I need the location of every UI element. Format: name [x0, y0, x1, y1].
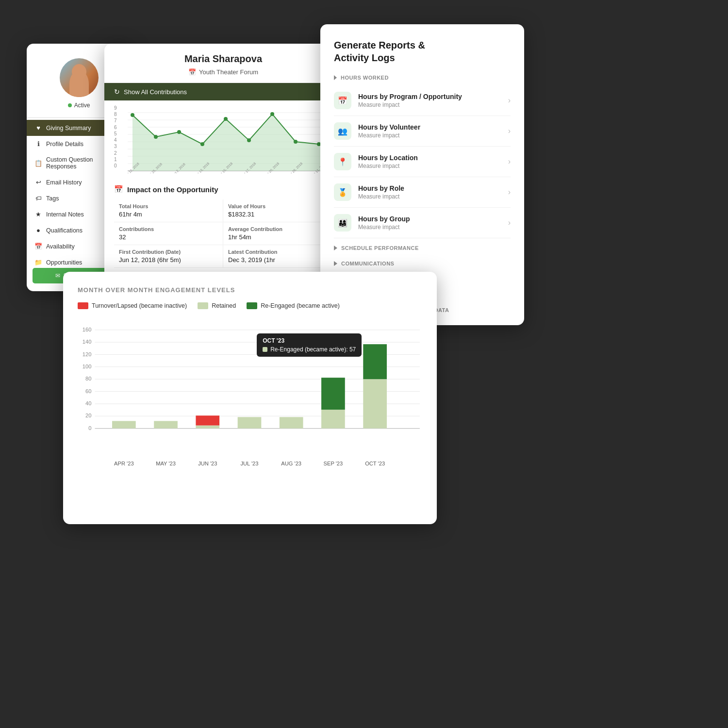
location-icon: 📍: [334, 153, 351, 170]
bar-apr-retained: [112, 421, 136, 428]
contributions-count-label: Contributions: [119, 226, 218, 232]
location-text: Hours by Location Measure impact: [358, 154, 508, 169]
first-contribution-cell: First Contribution (Date) Jun 12, 2018 (…: [114, 245, 223, 268]
report-item-by-volunteer[interactable]: 👥 Hours by Volunteer Measure impact ›: [334, 116, 511, 147]
chevron-right-icon-2: ›: [508, 127, 511, 135]
nav-label-giving-summary: Giving Summary: [46, 125, 91, 132]
svg-text:40: 40: [85, 400, 91, 406]
svg-text:80: 80: [85, 376, 91, 381]
reengaged-swatch: [247, 302, 257, 309]
bar-jun-retained: [196, 426, 219, 429]
org-name: Youth Theater Forum: [199, 68, 258, 76]
value-hours-value: $1832.31: [228, 211, 328, 218]
impact-title: 📅 Impact on the Opportunity: [114, 185, 332, 194]
total-hours-label: Total Hours: [119, 203, 218, 209]
status-indicator: [68, 103, 72, 107]
nav-label-internal-notes: Internal Notes: [46, 211, 84, 218]
tooltip-header: OCT '23: [263, 337, 356, 344]
communications-section[interactable]: COMMUNICATIONS: [334, 254, 511, 269]
first-contribution-value: Jun 12, 2018 (6hr 5m): [119, 256, 218, 264]
report-item-by-group[interactable]: 👨‍👩‍👧 Hours by Group Measure impact ›: [334, 208, 511, 238]
latest-contribution-label: Latest Contribution: [228, 249, 328, 255]
clipboard-icon: 📋: [34, 160, 42, 167]
svg-point-17: [294, 140, 298, 144]
volunteer-icon: 👥: [334, 122, 351, 140]
contributions-count-value: 32: [119, 233, 218, 241]
svg-point-15: [247, 138, 251, 142]
chevron-right-icon: ›: [508, 96, 511, 105]
latest-contribution-value: Dec 3, 2019 (1hr: [228, 256, 328, 264]
retained-label: Retained: [212, 302, 236, 309]
group-text: Hours by Group Measure impact: [358, 215, 508, 231]
contributions-bar[interactable]: ↻ Show All Contributions: [104, 83, 342, 100]
bar-chart-container: OCT '23 Re-Engaged (became active): 57 1…: [78, 319, 422, 494]
schedule-performance-section[interactable]: SCHEDULE PERFORMANCE: [334, 238, 511, 254]
svg-text:APR '23: APR '23: [114, 461, 134, 466]
line-chart-svg: Jun 12, 2018 Jul 25, 2018 Aug 2, 2018 Au…: [128, 105, 331, 173]
svg-text:20: 20: [85, 413, 91, 418]
total-hours-cell: Total Hours 61hr 4m: [114, 199, 223, 222]
volunteer-sub: Measure impact: [358, 132, 508, 139]
svg-text:60: 60: [85, 388, 91, 394]
bar-chart-title: MONTH OVER MONTH ENGAGEMENT LEVELS: [78, 286, 422, 294]
svg-point-14: [224, 117, 228, 121]
chevron-right-icon-4: ›: [508, 188, 511, 197]
heart-icon: ♥: [34, 124, 42, 132]
role-text: Hours by Role Measure impact: [358, 184, 508, 200]
report-item-by-role[interactable]: 🏅 Hours by Role Measure impact ›: [334, 177, 511, 208]
report-item-by-location[interactable]: 📍 Hours by Location Measure impact ›: [334, 147, 511, 177]
communications-label: COMMUNICATIONS: [341, 261, 394, 266]
reengaged-label: Re-Engaged (became active): [261, 302, 340, 309]
group-sub: Measure impact: [358, 224, 508, 231]
program-sub: Measure impact: [358, 101, 508, 108]
svg-text:100: 100: [83, 364, 92, 369]
bar-oct-reengaged: [363, 344, 387, 379]
bar-sep-retained: [321, 410, 345, 429]
triangle-icon: [334, 75, 337, 80]
bar-jul-retained: [238, 417, 262, 428]
role-sub: Measure impact: [358, 193, 508, 200]
avatar: [60, 58, 99, 97]
svg-point-13: [200, 142, 204, 146]
svg-point-12: [177, 130, 181, 134]
folder-icon: 📁: [34, 259, 42, 266]
calendar-icon: 📅: [188, 68, 196, 76]
nav-label-qualifications: Qualifications: [46, 227, 83, 234]
contributions-label: Show All Contributions: [124, 88, 187, 96]
legend-reengaged: Re-Engaged (became active): [247, 302, 340, 309]
send-icon: ✉: [55, 272, 60, 279]
expand-icon: [334, 246, 337, 250]
latest-contribution-cell: Latest Contribution Dec 3, 2019 (1hr: [223, 245, 332, 268]
svg-text:AUG '23: AUG '23: [281, 461, 301, 466]
role-icon: 🏅: [334, 183, 351, 201]
turnover-swatch: [78, 302, 88, 309]
bar-sep-reengaged: [321, 378, 345, 410]
nav-label-opportunities: Opportunities: [46, 259, 82, 266]
bar-chart-card: MONTH OVER MONTH ENGAGEMENT LEVELS Turno…: [63, 272, 437, 524]
org-row: 📅 Youth Theater Forum: [118, 68, 329, 76]
bar-oct-retained: [363, 379, 387, 428]
bar-jun-turnover: [196, 415, 219, 425]
nav-label-tags: Tags: [46, 195, 59, 202]
svg-text:160: 160: [83, 327, 92, 332]
svg-text:MAY '23: MAY '23: [156, 461, 176, 466]
svg-text:140: 140: [83, 339, 92, 345]
volunteer-name: Maria Sharapova: [118, 53, 329, 65]
avg-contribution-cell: Average Contribution 1hr 54m: [223, 222, 332, 245]
line-chart-area: 9876543210: [104, 100, 342, 178]
svg-text:120: 120: [83, 351, 92, 357]
nav-label-profile-details: Profile Details: [46, 141, 83, 148]
impact-section: 📅 Impact on the Opportunity Total Hours …: [104, 178, 342, 275]
chart-tooltip: OCT '23 Re-Engaged (became active): 57: [257, 333, 362, 357]
email-icon: ↩: [34, 179, 42, 186]
retained-swatch: [198, 302, 208, 309]
total-hours-value: 61hr 4m: [119, 211, 218, 218]
hours-worked-divider: HOURS WORKED: [334, 75, 511, 81]
bar-aug-retained: [280, 417, 303, 428]
program-title: Hours by Program / Opportunity: [358, 93, 508, 100]
volunteer-title: Hours by Volunteer: [358, 123, 508, 131]
svg-text:JUL '23: JUL '23: [240, 461, 258, 466]
bar-chart-svg: 160 140 120 100 80 60 40 20 0 APR '23: [78, 319, 422, 494]
report-item-by-program[interactable]: 📅 Hours by Program / Opportunity Measure…: [334, 85, 511, 116]
circle-icon: ●: [34, 227, 42, 234]
